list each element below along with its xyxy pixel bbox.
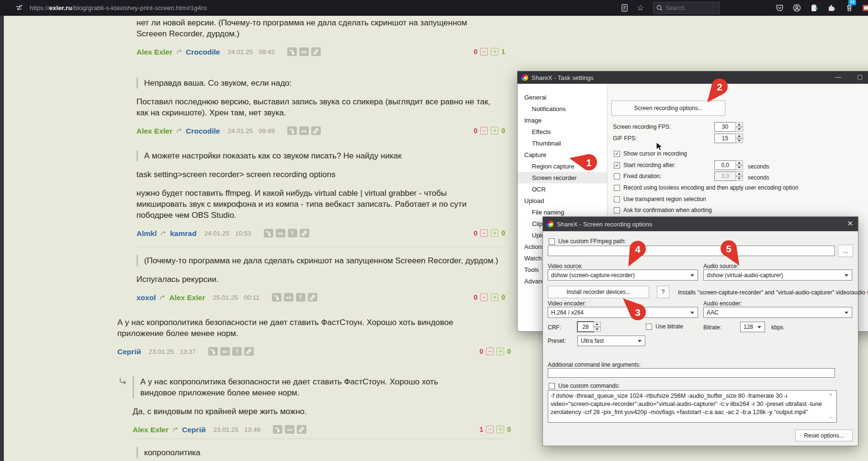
sidebar-item-image[interactable]: Image [518,114,607,126]
downvote-button[interactable]: − [480,127,488,135]
upvote-button[interactable]: + [491,229,498,237]
help-button[interactable]: ? [657,286,669,298]
trash-extension-icon[interactable]: 23 [845,1,853,14]
use-bitrate-checkbox[interactable] [646,324,652,330]
downvote-button[interactable]: − [480,229,488,237]
reply-icon[interactable] [273,425,282,434]
report-icon[interactable]: ! [232,347,242,356]
comment-recipient-link[interactable]: kamrad [170,228,196,239]
fps-spinner[interactable]: 30 [714,122,743,132]
reply-icon[interactable] [287,47,297,56]
option-checkbox[interactable]: ✓ [614,162,620,169]
comment-author-link[interactable]: Alex Exler [136,46,172,57]
minimize-button[interactable]: — [831,73,845,80]
reader-view-icon[interactable] [621,1,628,14]
permalink-icon[interactable] [244,347,254,356]
sidebar-item-upload[interactable]: Upload [518,195,607,206]
sidebar-item-thumbnail[interactable]: Thumbnail [518,137,607,149]
option-checkbox[interactable] [614,173,620,180]
option-spinner[interactable]: 0,0 [714,160,743,170]
crf-spinner[interactable]: 28 [577,322,601,332]
bitrate-dropdown[interactable]: 128 [740,322,765,332]
custom-commands-textarea[interactable]: -f dshow -thread_queue_size 1024 -rtbufs… [548,390,837,423]
option-spinner[interactable]: 3,0 [714,171,743,181]
clipboard-extension-icon[interactable] [810,1,818,14]
extensions-puzzle-icon[interactable] [827,1,835,14]
option-checkbox[interactable]: ✓ [614,151,620,157]
quote-icon[interactable]: «» [299,47,309,56]
permalink-icon[interactable] [300,229,309,237]
url-bar[interactable]: https://exler.ru/blog/grabli-s-klavishey… [30,4,207,11]
comment-author-link[interactable]: Alex Exler [133,424,169,435]
report-icon[interactable]: ! [296,293,305,302]
install-recorder-devices-button[interactable]: Install recorder devices... [548,286,649,298]
reply-icon[interactable] [264,229,273,237]
sidebar-item-general[interactable]: General [518,91,607,103]
use-custom-commands-checkbox[interactable] [549,383,555,389]
search-input[interactable] [665,5,713,11]
save-to-pocket-icon[interactable] [776,1,784,14]
close-icon[interactable]: ✕ [847,219,853,228]
comment-author-link[interactable]: Alex Exler [136,125,172,136]
option-checkbox[interactable] [614,207,620,214]
comment-author-link[interactable]: Сергій [117,346,141,357]
ffmpeg-path-input[interactable] [548,246,835,256]
partial-extension-icon[interactable] [863,1,868,14]
sidebar-item-ocr[interactable]: OCR [518,183,607,195]
downvote-button[interactable]: − [480,293,488,301]
permalink-icon[interactable] [311,126,321,135]
quote-icon[interactable]: «» [284,293,293,302]
gif-fps-spinner[interactable]: 15 [714,134,743,143]
permalink-icon[interactable] [311,47,321,56]
browse-button[interactable]: ... [838,245,853,257]
comment-recipient-link[interactable]: Alex Exler [169,292,205,303]
reset-options-button[interactable]: Reset options... [795,429,853,441]
scroll-down-icon[interactable]: ∨ [829,415,833,420]
option-checkbox[interactable] [614,185,620,191]
upvote-button[interactable]: + [491,293,498,301]
audio-encoder-dropdown[interactable]: AAC [703,307,852,318]
downvote-button[interactable]: − [480,48,488,56]
upvote-button[interactable]: + [491,48,498,56]
sidebar-item-capture[interactable]: Capture [518,149,607,160]
option-checkbox[interactable] [614,196,620,202]
sidebar-item-notifications[interactable]: Notifications [518,103,607,114]
comment-recipient-link[interactable]: Сергій [182,424,206,435]
quote-icon[interactable]: «» [299,126,309,135]
screen-recording-options-button[interactable]: Screen recording options... [611,101,725,116]
comment-author-link[interactable]: xoxol [136,292,156,303]
task-settings-titlebar[interactable]: ShareX - Task settings — ▢ [518,71,868,84]
downvote-button[interactable]: − [486,348,494,355]
permalink-icon[interactable] [308,293,317,302]
video-source-dropdown[interactable]: dshow (screen-capture-recorder) [548,270,698,281]
quote-icon[interactable]: «» [285,425,294,434]
bookmark-star-icon[interactable]: ☆ [637,1,644,14]
scroll-up-icon[interactable]: ∧ [829,392,833,397]
maximize-button[interactable]: ▢ [853,73,867,80]
upvote-button[interactable]: + [496,426,504,433]
recording-options-titlebar[interactable]: ShareX - Screen recording options ✕ [543,217,858,231]
preset-dropdown[interactable]: Ultra fast [577,336,645,346]
search-bar[interactable] [653,2,720,14]
site-permissions-icon[interactable] [12,2,25,14]
reply-icon[interactable] [287,126,297,135]
downvote-button[interactable]: − [486,426,494,433]
comment-recipient-link[interactable]: Crocodile [186,125,220,136]
report-icon[interactable]: ! [288,229,297,237]
quote-icon[interactable]: «» [276,229,285,237]
comment-recipient-link[interactable]: Crocodile [186,46,220,57]
video-encoder-dropdown[interactable]: H.264 / x264 [548,307,698,318]
comment-author-link[interactable]: Almkl [136,228,157,239]
reply-icon[interactable] [272,293,282,302]
quote-icon[interactable]: «» [220,347,230,356]
sidebar-item-region-capture[interactable]: Region capture [518,160,607,172]
ffmpeg-path-checkbox[interactable] [549,238,555,245]
reply-icon[interactable] [208,347,218,356]
account-icon[interactable] [793,1,801,14]
upvote-button[interactable]: + [491,127,498,135]
upvote-button[interactable]: + [496,348,504,355]
sidebar-item-screen-recorder[interactable]: Screen recorder [518,172,607,183]
audio-source-dropdown[interactable]: dshow (virtual-audio-capturer) [703,270,852,281]
permalink-icon[interactable] [297,425,306,434]
args-input[interactable] [548,368,835,378]
